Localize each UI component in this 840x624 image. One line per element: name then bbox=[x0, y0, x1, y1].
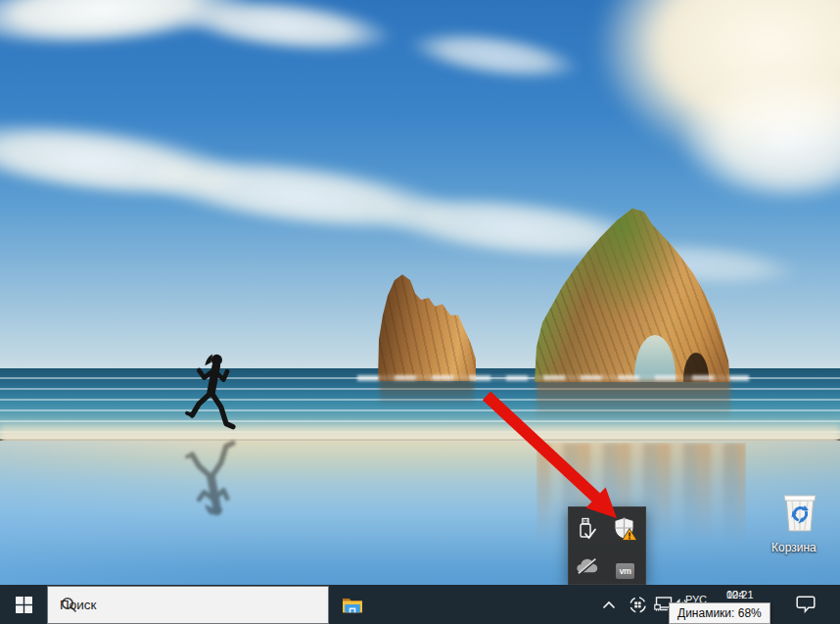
search-placeholder: Поиск bbox=[60, 598, 96, 612]
notification-bubble-icon bbox=[796, 596, 816, 613]
tray-overflow-flyout: vm bbox=[568, 506, 646, 585]
onedrive-offline-icon[interactable] bbox=[576, 557, 599, 575]
rock-reflection-sea bbox=[380, 380, 474, 408]
windows-security-icon[interactable] bbox=[613, 516, 638, 543]
start-button[interactable] bbox=[0, 585, 47, 624]
search-input[interactable]: Поиск bbox=[47, 586, 329, 624]
folder-icon bbox=[342, 596, 363, 613]
tray-overflow-button[interactable] bbox=[595, 585, 623, 624]
recycle-bin-label: Корзина bbox=[771, 541, 817, 554]
runner-silhouette bbox=[179, 351, 242, 435]
update-icon bbox=[629, 596, 647, 614]
runner-reflection bbox=[179, 435, 242, 519]
trash-bin-glyph bbox=[778, 492, 821, 535]
safely-remove-hardware-icon[interactable] bbox=[577, 517, 597, 542]
volume-tooltip: Динамики: 68% bbox=[669, 602, 770, 624]
file-explorer-button[interactable] bbox=[329, 585, 376, 624]
action-center-button[interactable] bbox=[789, 585, 822, 624]
recycle-bin-icon[interactable]: Корзина bbox=[771, 492, 828, 554]
windows-update-tray-icon[interactable] bbox=[625, 585, 650, 624]
vmware-tools-icon[interactable]: vm bbox=[616, 563, 634, 579]
rock-reflection-sea bbox=[537, 380, 730, 421]
windows-logo-icon bbox=[16, 597, 32, 613]
desktop-screen: Корзина vm bbox=[0, 0, 840, 624]
clock-date-visible: 024 bbox=[726, 588, 745, 601]
chevron-up-icon bbox=[602, 600, 616, 609]
